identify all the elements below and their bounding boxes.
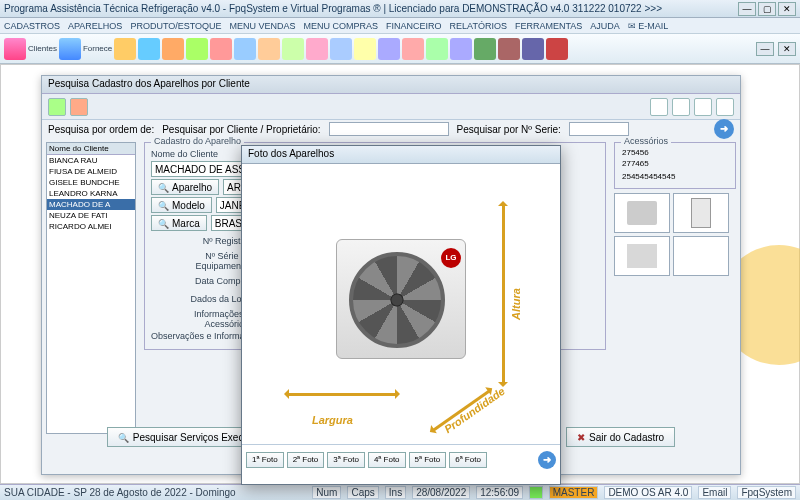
toolbar-icon-19[interactable] bbox=[498, 38, 520, 60]
ac-body: LG bbox=[336, 239, 466, 359]
toolbar-icon-9[interactable] bbox=[258, 38, 280, 60]
client-row[interactable]: NEUZA DE FATI bbox=[47, 210, 135, 221]
label-largura: Largura bbox=[312, 414, 353, 426]
modal-go-button[interactable]: ➜ bbox=[538, 451, 556, 469]
status-num: Num bbox=[312, 486, 341, 499]
toolbar-icon-11[interactable] bbox=[306, 38, 328, 60]
status-date: 28/08/2022 bbox=[412, 486, 470, 499]
search-go-button[interactable]: ➜ bbox=[714, 119, 734, 139]
loja-label: Dados da Loja: bbox=[151, 294, 251, 304]
toolbar-icon-16[interactable] bbox=[426, 38, 448, 60]
acessorios-fieldset: Acessórios 275456 277465 254545454545 bbox=[614, 142, 736, 189]
arrow-largura bbox=[287, 393, 397, 396]
lg-logo: LG bbox=[441, 248, 461, 268]
toolbar-icon-3[interactable] bbox=[114, 38, 136, 60]
cadastro-legend: Cadastro do Aparelho bbox=[151, 136, 244, 146]
toolbar-icon-4[interactable] bbox=[138, 38, 160, 60]
foto6-button[interactable]: 6ª Foto bbox=[449, 452, 487, 468]
tool-close-icon[interactable]: ✕ bbox=[778, 42, 796, 56]
modelo-button[interactable]: Modelo bbox=[151, 197, 212, 213]
status-email[interactable]: Email bbox=[698, 486, 731, 499]
toolbar-icon-10[interactable] bbox=[282, 38, 304, 60]
photo-viewport: LG Altura Largura Profundidade bbox=[242, 164, 560, 444]
menu-email-icon[interactable]: ✉ E-MAIL bbox=[628, 21, 669, 31]
toolbar-icon-6[interactable] bbox=[186, 38, 208, 60]
client-row[interactable]: LEANDRO KARNA bbox=[47, 188, 135, 199]
toolbar-icon-18[interactable] bbox=[474, 38, 496, 60]
menu-ferramentas[interactable]: FERRAMENTAS bbox=[515, 21, 582, 31]
menubar: CADASTROS APARELHOS PRODUTO/ESTOQUE MENU… bbox=[0, 18, 800, 34]
fan-icon bbox=[349, 252, 445, 348]
foto2-button[interactable]: 2ª Foto bbox=[287, 452, 325, 468]
fornecedores-icon[interactable] bbox=[59, 38, 81, 60]
menu-compras[interactable]: MENU COMPRAS bbox=[304, 21, 379, 31]
menu-financeiro[interactable]: FINANCEIRO bbox=[386, 21, 442, 31]
toolbar-icon-12[interactable] bbox=[330, 38, 352, 60]
menu-produto[interactable]: PRODUTO/ESTOQUE bbox=[130, 21, 221, 31]
toolbar-icon-5[interactable] bbox=[162, 38, 184, 60]
toolbar-icon-14[interactable] bbox=[378, 38, 400, 60]
toolbar-icon-13[interactable] bbox=[354, 38, 376, 60]
client-row[interactable]: BIANCA RAU bbox=[47, 155, 135, 166]
right-column: Acessórios 275456 277465 254545454545 bbox=[610, 138, 740, 438]
status-fpq[interactable]: FpqSystem bbox=[737, 486, 796, 499]
thumb-1[interactable] bbox=[614, 193, 670, 233]
toolbar-icon-7[interactable] bbox=[210, 38, 232, 60]
client-row[interactable]: RICARDO ALMEI bbox=[47, 221, 135, 232]
minimize-button[interactable]: — bbox=[738, 2, 756, 16]
foto1-button[interactable]: 1ª Foto bbox=[246, 452, 284, 468]
menu-cadastros[interactable]: CADASTROS bbox=[4, 21, 60, 31]
client-row[interactable]: FIUSA DE ALMEID bbox=[47, 166, 135, 177]
search-client-label: Pesquisar por Cliente / Proprietário: bbox=[162, 124, 320, 135]
foto4-button[interactable]: 4ª Foto bbox=[368, 452, 406, 468]
clientes-label: Clientes bbox=[28, 44, 57, 53]
panel-nav2-icon[interactable] bbox=[672, 98, 690, 116]
status-city: SUA CIDADE - SP 28 de Agosto de 2022 - D… bbox=[4, 487, 236, 498]
panel-nav1-icon[interactable] bbox=[650, 98, 668, 116]
menu-vendas[interactable]: MENU VENDAS bbox=[230, 21, 296, 31]
ac-unit-image: LG bbox=[336, 239, 466, 369]
toolbar-icon-8[interactable] bbox=[234, 38, 256, 60]
tool-min-icon[interactable]: — bbox=[756, 42, 774, 56]
client-row[interactable]: GISELE BUNDCHE bbox=[47, 177, 135, 188]
client-row-selected[interactable]: MACHADO DE A bbox=[47, 199, 135, 210]
foto3-button[interactable]: 3ª Foto bbox=[327, 452, 365, 468]
menu-relatorios[interactable]: RELATÓRIOS bbox=[450, 21, 507, 31]
search-client-input[interactable] bbox=[329, 122, 449, 136]
window-titlebar: Programa Assistência Técnica Refrigeraçã… bbox=[0, 0, 800, 18]
search-icon bbox=[158, 200, 169, 211]
search-order-label: Pesquisa por ordem de: bbox=[48, 124, 154, 135]
serie-label: Nº Série do Equipamento: bbox=[151, 251, 251, 271]
menu-aparelhos[interactable]: APARELHOS bbox=[68, 21, 122, 31]
panel-new-icon[interactable] bbox=[48, 98, 66, 116]
search-icon bbox=[158, 218, 169, 229]
thumb-3[interactable] bbox=[614, 236, 670, 276]
window-title: Programa Assistência Técnica Refrigeraçã… bbox=[4, 3, 736, 14]
search-serial-input[interactable] bbox=[569, 122, 629, 136]
acess-row: 254545454545 bbox=[621, 171, 729, 182]
modal-title: Foto dos Aparelhos bbox=[242, 146, 560, 164]
toolbar-icon-20[interactable] bbox=[522, 38, 544, 60]
maximize-button[interactable]: ▢ bbox=[758, 2, 776, 16]
thumb-4[interactable] bbox=[673, 236, 729, 276]
toolbar-icon-21[interactable] bbox=[546, 38, 568, 60]
statusbar: SUA CIDADE - SP 28 de Agosto de 2022 - D… bbox=[0, 484, 800, 500]
info-label: Informações e Acessórios: bbox=[151, 309, 251, 329]
panel-nav3-icon[interactable] bbox=[694, 98, 712, 116]
modal-buttonbar: 1ª Foto 2ª Foto 3ª Foto 4ª Foto 5ª Foto … bbox=[242, 444, 560, 474]
client-list[interactable]: Nome do Cliente BIANCA RAU FIUSA DE ALME… bbox=[46, 142, 136, 434]
data-label: Data Compra: bbox=[151, 276, 251, 286]
toolbar-icon-15[interactable] bbox=[402, 38, 424, 60]
nome-label: Nome do Cliente bbox=[151, 149, 218, 159]
marca-button[interactable]: Marca bbox=[151, 215, 207, 231]
close-button[interactable]: ✕ bbox=[778, 2, 796, 16]
clientes-icon[interactable] bbox=[4, 38, 26, 60]
thumb-2[interactable] bbox=[673, 193, 729, 233]
aparelho-button[interactable]: Aparelho bbox=[151, 179, 219, 195]
menu-ajuda[interactable]: AJUDA bbox=[590, 21, 620, 31]
sair-button[interactable]: Sair do Cadastro bbox=[566, 427, 675, 447]
panel-nav4-icon[interactable] bbox=[716, 98, 734, 116]
foto5-button[interactable]: 5ª Foto bbox=[409, 452, 447, 468]
panel-edit-icon[interactable] bbox=[70, 98, 88, 116]
toolbar-icon-17[interactable] bbox=[450, 38, 472, 60]
